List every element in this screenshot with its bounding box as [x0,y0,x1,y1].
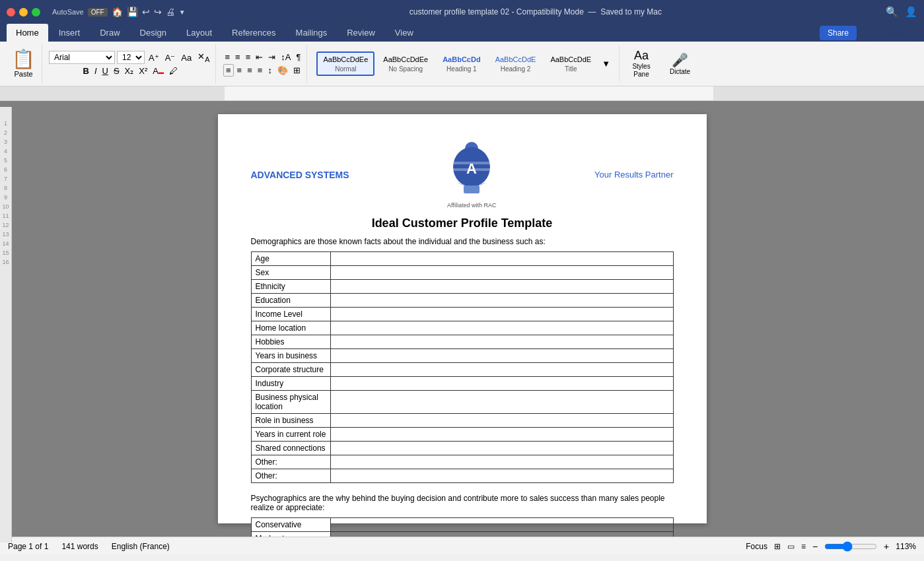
row-value[interactable] [330,349,673,363]
focus-label[interactable]: Focus [746,542,767,551]
row-value[interactable] [330,442,673,455]
row-value[interactable] [330,428,673,442]
style-heading1[interactable]: AaBbCcDd Heading 1 [437,52,486,75]
row-value[interactable] [330,294,673,308]
show-formatting-btn[interactable]: ¶ [294,51,302,63]
print-layout-icon[interactable]: ▭ [787,542,795,551]
tab-review[interactable]: Review [338,24,384,42]
font-color-btn[interactable]: A▬ [151,65,166,77]
save-icon[interactable]: 💾 [127,7,138,17]
page-info: Page 1 of 1 [8,542,48,551]
line-spacing-btn[interactable]: ↕ [266,65,274,76]
table-row: Shared connections [251,442,673,455]
doc-header: ADVANCED SYSTEMS A [251,141,674,209]
align-left-btn[interactable]: ≡ [223,64,234,77]
row-value[interactable] [330,414,673,428]
sort-btn[interactable]: ↕A [279,51,293,63]
undo-icon[interactable]: ↩ [142,7,150,17]
tab-design[interactable]: Design [131,24,176,42]
table-row: Other: [251,469,673,483]
bold-button[interactable]: B [81,65,91,77]
styles-pane-button[interactable]: Aa Styles Pane [619,46,663,81]
multilevel-list-btn[interactable]: ≡ [244,51,253,63]
font-size-select[interactable]: 12 [117,51,145,64]
search-icon[interactable]: 🔍 [886,6,898,18]
style-no-spacing[interactable]: AaBbCcDdEe No Spacing [377,52,434,75]
style-nospacing-preview: AaBbCcDdEe [383,55,428,65]
close-btn[interactable] [7,8,15,16]
print-icon[interactable]: 🖨 [166,7,175,17]
clear-format-btn[interactable]: ✕A [195,51,211,64]
style-normal[interactable]: AaBbCcDdEe Normal [316,51,374,75]
row-value[interactable] [330,363,673,377]
maximize-btn[interactable] [32,8,40,16]
font-family-select[interactable]: Arial [49,51,115,64]
font-case-btn[interactable]: Aa [179,52,194,63]
subscript-button[interactable]: X₂ [123,65,136,77]
autosave-toggle[interactable]: OFF [88,8,108,16]
row-value[interactable] [330,266,673,280]
row-value[interactable] [330,252,673,266]
document-area[interactable]: ADVANCED SYSTEMS A [0,101,924,537]
shading-btn[interactable]: 🎨 [275,65,290,76]
row-value[interactable] [330,308,673,321]
row-value[interactable] [330,391,673,414]
row-value[interactable] [330,321,673,335]
svg-text:A: A [466,160,477,177]
zoom-percent[interactable]: 113% [896,542,916,551]
paste-group[interactable]: 📋 Paste [5,44,42,83]
margin-num: 4 [4,148,7,154]
dictate-icon[interactable]: 🎤 [672,52,688,68]
user-icon[interactable]: 👤 [905,6,917,18]
row-value[interactable] [330,455,673,469]
increase-font-btn[interactable]: A⁺ [147,52,161,63]
tab-view[interactable]: View [386,24,423,42]
outline-icon[interactable]: ≡ [801,542,806,551]
underline-button[interactable]: U [100,65,110,77]
row-value[interactable] [330,532,673,537]
zoom-in-icon[interactable]: + [884,541,889,552]
svg-rect-1 [225,86,713,101]
zoom-slider[interactable] [824,541,877,552]
italic-button[interactable]: I [92,65,99,77]
layout-icon[interactable]: ⊞ [774,542,781,551]
increase-indent-btn[interactable]: ⇥ [266,51,277,63]
table-row: Business physical location [251,391,673,414]
superscript-button[interactable]: X² [137,65,149,77]
row-label: Years in current role [251,428,330,442]
align-right-btn[interactable]: ≡ [245,65,254,76]
row-value[interactable] [330,280,673,294]
dropdown-icon[interactable]: ▼ [179,9,186,16]
tab-references[interactable]: References [223,24,285,42]
tab-mailings[interactable]: Mailings [287,24,337,42]
redo-icon[interactable]: ↪ [154,7,162,17]
margin-num: 8 [4,185,7,191]
style-heading2[interactable]: AaBbCcDdE Heading 2 [489,52,542,75]
row-value[interactable] [330,469,673,483]
decrease-font-btn[interactable]: A⁻ [163,52,178,63]
decrease-indent-btn[interactable]: ⇤ [254,51,265,63]
table-row: Hobbies [251,335,673,349]
comments-button[interactable]: Comments [862,25,917,41]
row-value[interactable] [330,335,673,349]
style-title[interactable]: AaBbCcDdE Title [544,52,597,75]
row-value[interactable] [330,518,673,532]
numbered-list-btn[interactable]: ≡ [233,51,242,63]
highlight-btn[interactable]: 🖊 [167,65,180,77]
align-center-btn[interactable]: ≡ [235,65,244,76]
styles-more-btn[interactable]: ▼ [600,58,612,69]
zoom-out-icon[interactable]: − [812,541,818,552]
tab-layout[interactable]: Layout [177,24,221,42]
tab-insert[interactable]: Insert [50,24,90,42]
home-icon[interactable]: 🏠 [112,7,123,17]
margin-num: 11 [2,213,9,219]
justify-btn[interactable]: ≡ [256,65,265,76]
tab-home[interactable]: Home [7,24,48,42]
share-button[interactable]: Share [820,26,857,40]
tab-draw[interactable]: Draw [90,24,129,42]
row-value[interactable] [330,377,673,391]
strikethrough-button[interactable]: S [112,65,122,77]
minimize-btn[interactable] [19,8,28,16]
bullet-list-btn[interactable]: ≡ [223,51,232,63]
borders-btn[interactable]: ⊞ [291,65,302,76]
